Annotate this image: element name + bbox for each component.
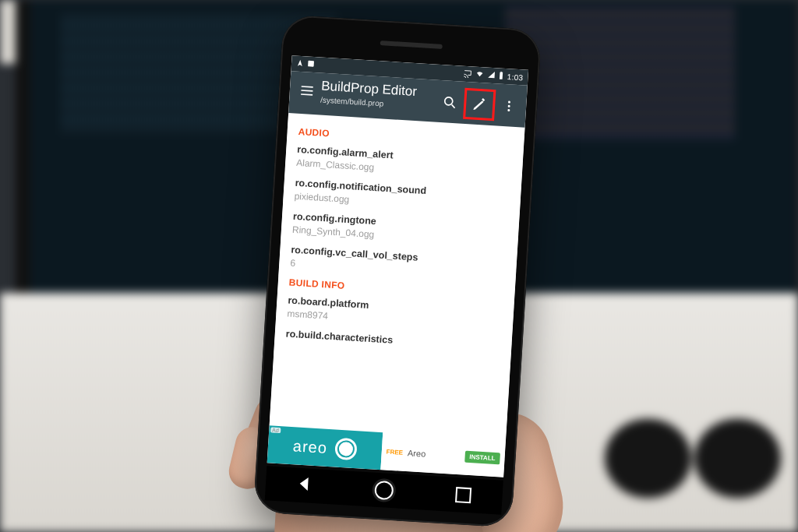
svg-rect-2 [501, 71, 503, 72]
prop-row[interactable]: ro.config.ringtone Ring_Synth_04.ogg [292, 210, 509, 249]
battery-icon [498, 71, 504, 81]
ad-badge: Ad [270, 427, 281, 433]
nav-recents-button[interactable] [455, 487, 471, 503]
ad-price-tag: FREE [386, 448, 403, 456]
prop-row[interactable]: ro.config.alarm_alert Alarm_Classic.ogg [296, 143, 513, 182]
gallery-icon [307, 59, 316, 69]
svg-rect-0 [308, 61, 314, 67]
svg-rect-1 [500, 72, 503, 79]
prop-row[interactable]: ro.config.vc_call_vol_steps 6 [290, 244, 507, 283]
ad-brand-area: areo [267, 425, 383, 470]
overflow-menu-button[interactable] [494, 91, 524, 121]
prop-row[interactable]: ro.build.characteristics [285, 328, 501, 354]
svg-point-3 [444, 97, 453, 106]
ad-app-name: Areo [408, 448, 426, 458]
prop-key: ro.build.characteristics [285, 328, 501, 354]
phone-device: 1:03 BuildProp Editor /system/build.prop [253, 14, 542, 527]
prop-row[interactable]: ro.board.platform msm8974 [287, 294, 503, 333]
svg-point-5 [508, 105, 510, 107]
ad-brand-text: areo [292, 437, 327, 457]
svg-point-6 [507, 109, 510, 111]
menu-button[interactable] [292, 76, 322, 105]
wifi-icon [475, 70, 486, 80]
prop-list[interactable]: AUDIO ro.config.alarm_alert Alarm_Classi… [270, 113, 525, 440]
cast-icon [464, 69, 473, 79]
ad-brand-logo-icon [334, 438, 358, 461]
status-clock: 1:03 [507, 72, 524, 82]
edit-button[interactable] [464, 90, 494, 119]
prop-row[interactable]: ro.config.notification_sound pixiedust.o… [294, 177, 510, 216]
nav-back-button[interactable] [296, 476, 312, 495]
search-button[interactable] [435, 88, 464, 118]
location-icon [296, 59, 305, 69]
phone-screen: 1:03 BuildProp Editor /system/build.prop [267, 55, 528, 477]
ad-install-button[interactable]: INSTALL [464, 450, 500, 464]
nav-home-button[interactable] [374, 481, 394, 500]
svg-point-4 [508, 101, 510, 104]
signal-icon [488, 71, 496, 81]
